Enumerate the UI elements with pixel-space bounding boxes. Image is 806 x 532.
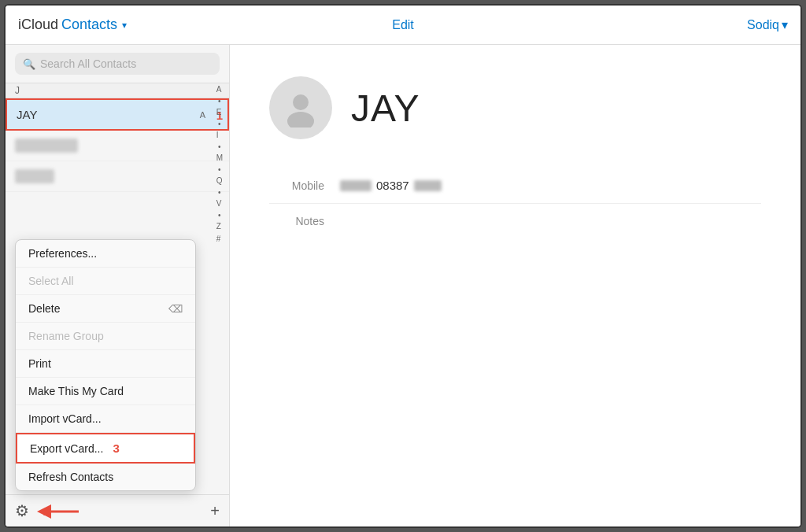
alpha-dot-2: • — [216, 120, 223, 128]
header: iCloud Contacts ▾ Edit Sodiq ▾ — [6, 6, 800, 45]
menu-item-delete[interactable]: Delete ⌫ — [16, 295, 195, 323]
alpha-A[interactable]: A — [216, 84, 223, 95]
menu-item-select-all: Select All — [16, 268, 195, 295]
export-vcard-row: Export vCard... 3 — [30, 441, 120, 455]
annotation-3: 3 — [113, 441, 119, 455]
menu-item-rename-group: Rename Group — [16, 323, 195, 350]
menu-label-print: Print — [28, 357, 51, 370]
notes-row: Notes — [269, 204, 761, 238]
mobile-label: Mobile — [269, 179, 324, 192]
search-bar: 🔍 Search All Contacts — [6, 45, 229, 83]
section-header-j: J — [6, 83, 229, 98]
contact-item-blurred-1[interactable] — [6, 131, 229, 161]
alpha-Q[interactable]: Q — [216, 175, 223, 187]
menu-item-export-vcard[interactable]: Export vCard... 3 — [16, 433, 195, 464]
svg-point-2 — [293, 94, 309, 110]
menu-label-rename-group: Rename Group — [28, 330, 104, 342]
arrow-2-icon — [35, 500, 83, 523]
contact-name-jay: JAY — [17, 108, 37, 121]
phone-middle: 08387 — [376, 179, 409, 192]
menu-item-preferences[interactable]: Preferences... — [16, 240, 195, 268]
alpha-Z[interactable]: Z — [216, 221, 223, 232]
header-left: iCloud Contacts ▾ — [18, 17, 127, 33]
alpha-I[interactable]: I — [216, 130, 223, 141]
contact-header: JAY — [269, 76, 761, 139]
avatar — [269, 76, 332, 139]
menu-item-import-vcard[interactable]: Import vCard... — [16, 405, 195, 433]
alpha-E[interactable]: E — [216, 107, 223, 118]
menu-label-preferences: Preferences... — [28, 247, 97, 260]
user-chevron-icon: ▾ — [782, 17, 788, 32]
search-icon: 🔍 — [23, 58, 35, 70]
svg-point-3 — [287, 112, 314, 127]
blurred-name-2 — [15, 169, 54, 183]
blurred-name-1 — [15, 139, 78, 153]
alpha-dot-3: • — [216, 142, 223, 151]
avatar-icon — [281, 88, 320, 127]
delete-shortcut-icon: ⌫ — [168, 303, 183, 315]
menu-item-refresh-contacts[interactable]: Refresh Contacts — [16, 464, 195, 490]
contact-item-blurred-2[interactable] — [6, 161, 229, 192]
alpha-dot-6: • — [216, 211, 223, 220]
alphabet-index: A • E • I • M • Q • V • Z # — [216, 84, 223, 245]
gear-button[interactable]: ⚙ — [15, 501, 29, 520]
alpha-M[interactable]: M — [216, 153, 223, 164]
contacts-chevron-icon[interactable]: ▾ — [122, 20, 127, 31]
detail-panel: JAY Mobile 08387 Notes — [230, 45, 800, 526]
alpha-dot-4: • — [216, 165, 223, 174]
contact-item-jay[interactable]: JAY A 1 — [6, 98, 229, 131]
menu-label-export-vcard: Export vCard... — [30, 442, 103, 455]
add-contact-button[interactable]: + — [210, 502, 220, 520]
mobile-row: Mobile 08387 — [269, 168, 761, 204]
alpha-dot-1: • — [216, 97, 223, 105]
menu-label-refresh-contacts: Refresh Contacts — [28, 471, 113, 483]
contact-name-detail: JAY — [351, 87, 420, 130]
contact-badge-a: A — [200, 110, 205, 120]
alpha-hash[interactable]: # — [216, 234, 223, 245]
edit-button[interactable]: Edit — [392, 18, 414, 32]
phone-blur-end — [414, 180, 442, 191]
search-input[interactable]: Search All Contacts — [40, 57, 136, 70]
menu-item-print[interactable]: Print — [16, 350, 195, 378]
sidebar: 🔍 Search All Contacts J JAY A 1 — [6, 45, 230, 526]
mobile-value: 08387 — [340, 179, 442, 192]
icloud-logo: iCloud — [18, 17, 58, 33]
menu-item-make-my-card[interactable]: Make This My Card — [16, 378, 195, 405]
contacts-title[interactable]: Contacts — [61, 17, 117, 33]
context-menu: Preferences... Select All Delete ⌫ Renam… — [15, 239, 196, 491]
main-content: 🔍 Search All Contacts J JAY A 1 — [6, 45, 800, 526]
notes-label: Notes — [269, 215, 324, 227]
menu-label-delete: Delete — [28, 302, 60, 315]
alpha-V[interactable]: V — [216, 198, 223, 209]
menu-label-make-my-card: Make This My Card — [28, 385, 124, 397]
sidebar-footer: ⚙ 2 + — [6, 494, 229, 526]
user-menu[interactable]: Sodiq ▾ — [747, 17, 788, 32]
alpha-dot-5: • — [216, 188, 223, 197]
menu-label-import-vcard: Import vCard... — [28, 412, 102, 425]
phone-blur-start — [340, 180, 372, 191]
app-window: iCloud Contacts ▾ Edit Sodiq ▾ 🔍 Search … — [4, 4, 802, 528]
menu-label-select-all: Select All — [28, 275, 74, 287]
search-input-wrap[interactable]: 🔍 Search All Contacts — [15, 53, 220, 75]
user-name: Sodiq — [747, 18, 779, 32]
